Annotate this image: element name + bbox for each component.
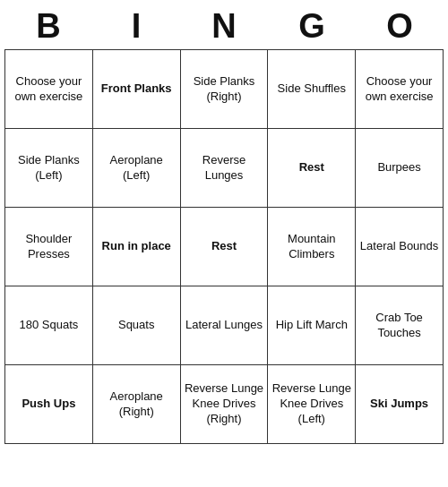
letter-n: N	[185, 7, 263, 46]
cell-3-4: Crab Toe Touches	[356, 286, 444, 365]
cell-0-4: Choose your own exercise	[356, 50, 444, 129]
cell-0-3: Side Shuffles	[268, 50, 356, 129]
cell-0-2: Side Planks (Right)	[180, 50, 268, 129]
cell-3-2: Lateral Lunges	[180, 286, 268, 365]
cell-4-2: Reverse Lunge Knee Drives (Right)	[180, 365, 268, 444]
cell-2-4: Lateral Bounds	[356, 208, 444, 286]
bingo-header: B I N G O	[4, 0, 444, 49]
cell-4-4: Ski Jumps	[356, 365, 444, 444]
letter-o: O	[360, 7, 439, 46]
letter-i: I	[97, 7, 176, 46]
bingo-table: Choose your own exerciseFront PlanksSide…	[4, 49, 444, 444]
cell-4-1: Aeroplane (Right)	[92, 365, 180, 444]
cell-1-0: Side Planks (Left)	[5, 129, 93, 208]
cell-4-3: Reverse Lunge Knee Drives (Left)	[268, 365, 356, 444]
cell-1-4: Burpees	[356, 129, 444, 208]
cell-2-2: Rest	[180, 208, 268, 286]
cell-2-3: Mountain Climbers	[268, 208, 356, 286]
cell-0-1: Front Planks	[92, 50, 180, 129]
cell-3-1: Squats	[92, 286, 180, 365]
letter-b: B	[9, 7, 88, 46]
cell-1-1: Aeroplane (Left)	[92, 129, 180, 208]
cell-0-0: Choose your own exercise	[5, 50, 93, 129]
cell-1-2: Reverse Lunges	[180, 129, 268, 208]
cell-1-3: Rest	[268, 129, 356, 208]
cell-2-1: Run in place	[92, 208, 180, 286]
cell-3-0: 180 Squats	[5, 286, 93, 365]
cell-3-3: Hip Lift March	[268, 286, 356, 365]
cell-2-0: Shoulder Presses	[5, 208, 93, 286]
letter-g: G	[272, 7, 351, 46]
cell-4-0: Push Ups	[5, 365, 93, 444]
